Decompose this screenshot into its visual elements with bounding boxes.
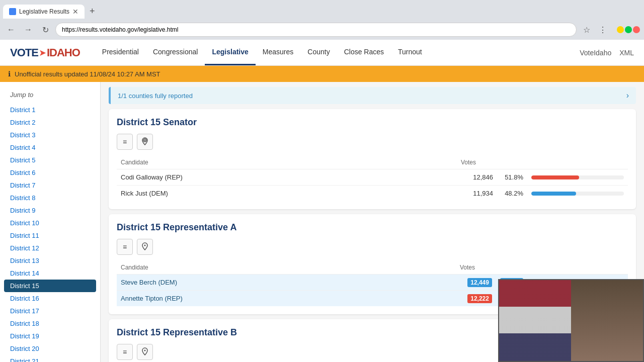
list-view-button-a[interactable]: ≡ [117,239,133,255]
sidebar-item-district-18[interactable]: District 18 [0,317,100,330]
candidate-pct: 48.2% [497,186,527,202]
active-tab[interactable]: Legislative Results ✕ [3,5,85,19]
sidebar-item-district-5[interactable]: District 5 [0,154,100,166]
candidate-votes: 12,222 [456,291,496,307]
logo-vote-text: VOTE [10,46,38,59]
forward-button[interactable]: → [21,23,35,37]
menu-button[interactable]: ⋮ [596,23,610,37]
map-icon-a [141,242,149,252]
maximize-button[interactable] [625,26,632,33]
xml-link[interactable]: XML [619,49,634,57]
list-view-button-b[interactable]: ≡ [117,344,133,360]
sidebar-item-district-14[interactable]: District 14 [0,267,100,280]
sidebar-item-district-7[interactable]: District 7 [0,179,100,192]
address-bar[interactable] [55,23,577,37]
col-candidate-header-a: Candidate [117,261,456,275]
table-row: Rick Just (DEM) 11,934 48.2% [117,186,628,202]
tab-close-button[interactable]: ✕ [72,8,78,16]
sidebar-item-district-9[interactable]: District 9 [0,204,100,217]
race-title-senator: District 15 Senator [117,117,628,128]
col-votes-header: Votes [457,156,497,169]
candidate-votes: 11,934 [457,186,497,202]
sidebar-item-district-2[interactable]: District 2 [0,116,100,129]
race-district15-senator: District 15 Senator ≡ Candidate Votes [109,109,636,209]
col-candidate-header: Candidate [117,156,457,169]
map-icon [141,137,149,147]
alert-text: Unofficial results updated 11/08/24 10:2… [15,70,160,78]
nav-turnout[interactable]: Turnout [391,40,429,65]
nav-presidential[interactable]: Presidential [95,40,146,65]
votes-badge: 12,449 [467,278,492,287]
counties-arrow-icon: › [626,91,629,100]
map-view-button-b[interactable] [137,344,153,360]
votes-badge: 12,222 [467,294,492,303]
table-row: Codi Galloway (REP) 12,846 51.8% [117,169,628,186]
sidebar-item-district-8[interactable]: District 8 [0,192,100,204]
sidebar-item-district-6[interactable]: District 6 [0,166,100,179]
candidate-name: Rick Just (DEM) [117,186,457,202]
alert-icon: ℹ [8,70,11,78]
sidebar-item-district-19[interactable]: District 19 [0,330,100,342]
sidebar-item-district-13[interactable]: District 13 [0,254,100,267]
nav-measures[interactable]: Measures [256,40,300,65]
sidebar-item-district-3[interactable]: District 3 [0,129,100,141]
refresh-button[interactable]: ↻ [38,23,52,37]
race-icon-bar: ≡ [117,134,628,150]
minimize-button[interactable] [617,26,624,33]
counties-banner[interactable]: 1/1 counties fully reported › [109,87,636,104]
col-bar-header-a [527,261,628,275]
close-button[interactable] [633,26,640,33]
tab-bar: Legislative Results ✕ + [0,0,644,20]
header-right-links: VoteIdaho XML [580,49,634,57]
svg-point-3 [144,349,146,351]
sidebar-item-district-1[interactable]: District 1 [0,104,100,116]
sidebar-item-district-21[interactable]: District 21 [0,355,100,362]
list-icon: ≡ [123,243,127,251]
counties-text: 1/1 counties fully reported [118,92,193,100]
browser-chrome: Legislative Results ✕ + ← → ↻ ☆ ⋮ [0,0,644,40]
pct-text: 51.8% [505,173,523,181]
extra-buttons: ☆ ⋮ [580,23,610,37]
pct-text: 48.2% [505,190,523,197]
new-tab-button[interactable]: + [85,3,100,20]
sidebar-item-district-4[interactable]: District 4 [0,141,100,154]
nav-close-races[interactable]: Close Races [337,40,391,65]
nav-congressional[interactable]: Congressional [146,40,205,65]
list-icon: ≡ [123,348,127,356]
sidebar-item-district-11[interactable]: District 11 [0,229,100,242]
video-overlay [498,279,644,362]
map-view-button-a[interactable] [137,239,153,255]
browser-toolbar: ← → ↻ ☆ ⋮ [0,20,644,40]
col-pct-header [497,156,527,169]
nav-legislative[interactable]: Legislative [205,40,255,65]
sidebar-item-district-10[interactable]: District 10 [0,217,100,229]
tab-favicon [9,8,16,15]
map-view-button[interactable] [137,134,153,150]
col-bar-header [527,156,628,169]
candidate-name: Codi Galloway (REP) [117,169,457,186]
race-icon-bar-a: ≡ [117,239,628,255]
vote-idaho-link[interactable]: VoteIdaho [580,49,611,57]
sidebar-item-district-15[interactable]: District 15 [4,280,96,292]
col-votes-header-a: Votes [456,261,496,275]
star-button[interactable]: ☆ [580,23,594,37]
candidate-name: Steve Berch (DEM) [117,275,456,291]
candidate-votes: 12,449 [456,275,496,291]
dem-bar [531,192,576,196]
main-nav: Presidential Congressional Legislative M… [95,40,429,65]
map-icon-b [141,347,149,357]
svg-point-1 [144,139,146,141]
sidebar-item-district-17[interactable]: District 17 [0,305,100,317]
sidebar-item-district-20[interactable]: District 20 [0,342,100,355]
vote-bar-cell [527,169,628,186]
vote-bar-container [531,192,624,196]
nav-county[interactable]: County [300,40,337,65]
sidebar-item-district-16[interactable]: District 16 [0,292,100,305]
sidebar: Jump to District 1 District 2 District 3… [0,82,101,362]
site-logo[interactable]: VOTE ➤ IDAHO [10,46,80,59]
sidebar-item-district-12[interactable]: District 12 [0,242,100,254]
list-view-button[interactable]: ≡ [117,134,133,150]
back-button[interactable]: ← [4,23,18,37]
logo-idaho-text: IDAHO [47,46,80,59]
tab-title: Legislative Results [19,8,69,15]
